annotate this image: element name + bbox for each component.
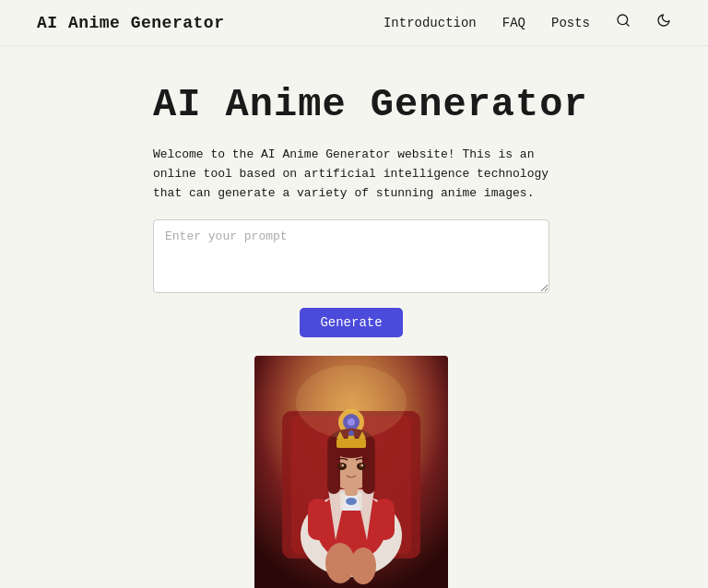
main-nav: Introduction FAQ Posts bbox=[384, 13, 671, 32]
nav-introduction[interactable]: Introduction bbox=[384, 16, 477, 30]
search-icon[interactable] bbox=[616, 13, 631, 32]
image-section: Download bbox=[153, 356, 549, 588]
svg-rect-14 bbox=[374, 499, 395, 540]
page-title: AI Anime Generator bbox=[153, 83, 588, 127]
nav-faq[interactable]: FAQ bbox=[502, 16, 525, 30]
svg-rect-22 bbox=[327, 443, 340, 494]
svg-point-12 bbox=[346, 498, 357, 505]
brand-logo[interactable]: AI Anime Generator bbox=[37, 14, 224, 32]
main-content: AI Anime Generator Welcome to the AI Ani… bbox=[0, 46, 708, 588]
svg-rect-30 bbox=[336, 439, 366, 448]
site-header: AI Anime Generator Introduction FAQ Post… bbox=[0, 0, 708, 46]
generate-row: Generate bbox=[153, 308, 549, 356]
svg-line-1 bbox=[626, 23, 629, 26]
dark-mode-icon[interactable] bbox=[656, 13, 671, 32]
svg-point-29 bbox=[361, 465, 363, 466]
svg-rect-13 bbox=[308, 499, 328, 540]
generate-button[interactable]: Generate bbox=[300, 308, 402, 337]
description-text: Welcome to the AI Anime Generator websit… bbox=[153, 146, 549, 203]
prompt-input[interactable] bbox=[153, 219, 549, 293]
svg-point-35 bbox=[296, 365, 407, 439]
nav-posts[interactable]: Posts bbox=[551, 16, 590, 30]
content-area: AI Anime Generator Welcome to the AI Ani… bbox=[153, 83, 671, 588]
svg-point-18 bbox=[350, 547, 376, 584]
generated-image bbox=[254, 356, 448, 588]
svg-point-28 bbox=[342, 465, 344, 466]
